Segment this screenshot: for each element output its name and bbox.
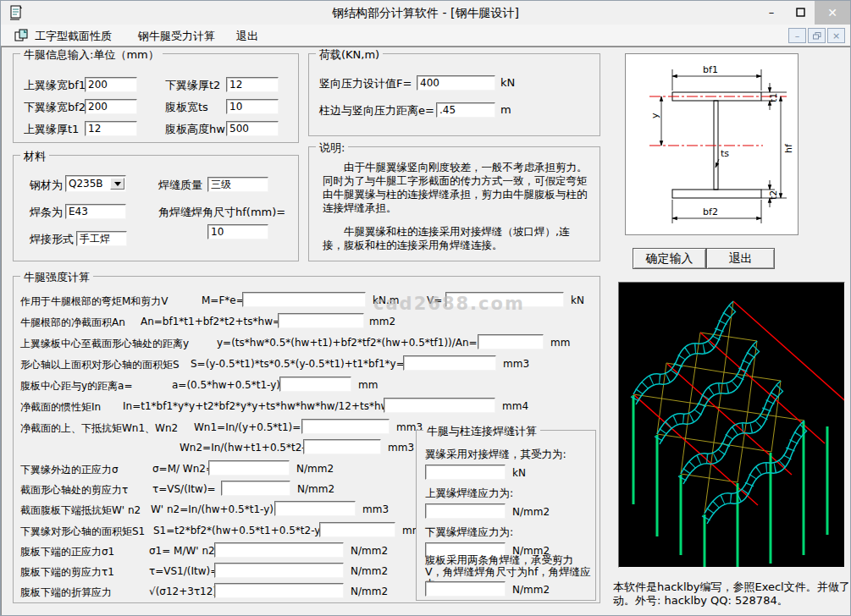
calc-row-formula: σ=M/ Wn2=: [152, 463, 214, 475]
calc-row: 牛腿根部的净截面积An An=bf1*t1+bf2*t2+ts*hw= mm2: [14, 313, 600, 330]
calc-row-formula: Wn2=In/(hw+t1+0.5*t2-y)=: [180, 442, 323, 454]
calc-row-formula: An=bf1*t1+bf2*t2+ts*hw=: [141, 316, 281, 327]
calc-In-input[interactable]: [384, 398, 495, 413]
steel-grade-value: Q235B: [66, 178, 110, 190]
calc-row: 上翼缘板中心至截面形心轴处的距离y y=(ts*hw*0.5*(hw+t1)+b…: [14, 334, 600, 351]
document-icon: [14, 29, 28, 42]
dropdown-button[interactable]: [110, 178, 124, 190]
menu-item-corbel-calc[interactable]: 钢牛腿受力计算: [138, 29, 215, 44]
calc-y-input[interactable]: [478, 334, 544, 349]
calc-row-unit: mm3: [388, 442, 414, 454]
mdi-minimize-button[interactable]: –: [788, 28, 806, 43]
calc-tau-input[interactable]: [221, 481, 290, 496]
calc-V-input[interactable]: [445, 292, 564, 307]
t2-input[interactable]: [226, 77, 279, 92]
field-label: 柱边与竖向压力距离e=: [319, 103, 434, 118]
group-title: 说明:: [316, 140, 348, 156]
calc-Wn2-web-input[interactable]: [274, 501, 356, 516]
calc-An-input[interactable]: [278, 313, 364, 328]
unit-label: N/mm2: [512, 584, 550, 596]
calc-row-formula: a=(0.5*hw+0.5*t1-y)=: [172, 379, 289, 391]
calc-row-formula: In=t1*bf1*y*y+t2*bf2*y*y+ts*hw*hw*hw/12+…: [123, 400, 420, 412]
ts-input[interactable]: [226, 99, 279, 114]
weld-flange-force-input[interactable]: [425, 465, 506, 480]
calc-row-label: 上翼缘板中心至截面形心轴处的距离y: [20, 337, 189, 351]
calc-row-formula: S1=t2*bf2*(hw+0.5*t1+0.5*t2-y)=: [153, 525, 333, 536]
maximize-icon: [796, 8, 805, 17]
hf-size-input[interactable]: [207, 224, 268, 239]
dim-label-y: y: [649, 113, 660, 118]
calc-equiv-stress-input[interactable]: [214, 583, 344, 598]
calc-row-label: 净截面的惯性矩In: [20, 400, 101, 415]
t1-input[interactable]: [85, 121, 137, 136]
calc-row-unit: mm3: [503, 358, 529, 370]
unit-label: N/mm2: [512, 506, 550, 518]
menu-item-section-properties[interactable]: 工字型截面性质: [35, 29, 112, 44]
eccentricity-input[interactable]: [436, 102, 495, 118]
calc-Wn2-input[interactable]: [303, 439, 381, 454]
group-title: 牛腿信息输入:单位（mm）: [20, 47, 163, 63]
bf1-input[interactable]: [85, 77, 137, 92]
credit-text-line2: 动。外号: hacklby QQ: 528784。: [613, 593, 848, 608]
weld-label: 翼缘采用对接焊缝，其受力为:: [425, 448, 566, 462]
chevron-down-icon: [114, 182, 121, 186]
calc-sigma-input[interactable]: [208, 460, 290, 476]
electrode-input[interactable]: [65, 204, 126, 219]
mdi-close-button[interactable]: ×: [827, 28, 845, 43]
calc-tau1-input[interactable]: [214, 563, 344, 578]
title-bar: 钢结构部分计算软件 - [钢牛腿设计] – ✕: [1, 1, 850, 25]
close-button[interactable]: ✕: [815, 1, 850, 25]
maximize-button[interactable]: [786, 1, 815, 25]
calc-row-label: 腹板下端的剪应力τ1: [20, 565, 114, 580]
field-label: 下翼缘宽bf2: [24, 100, 86, 115]
calc-row-label: 下翼缘对形心轴的面积矩S1: [20, 525, 145, 539]
unit-label: kN: [512, 467, 526, 479]
field-label: 焊接形式: [30, 232, 74, 247]
minimize-button[interactable]: –: [757, 1, 786, 25]
calc-row: 形心轴以上面积对形心轴的面积矩S S=(y-0.5*t1)*ts*0.5*(y-…: [14, 355, 600, 372]
calc-a-input[interactable]: [279, 377, 351, 392]
calc-row-label: 下翼缘外边的正应力σ: [20, 463, 119, 477]
steel-grade-select[interactable]: Q235B: [65, 175, 126, 192]
calc-row-unit: kN.m: [373, 294, 399, 306]
mdi-restore-button[interactable]: [808, 28, 826, 43]
calc-row-unit: mm: [358, 379, 378, 391]
calc-M-input[interactable]: [242, 292, 366, 307]
field-label: 腹板宽ts: [165, 100, 208, 115]
calc-row-formula: τ=VS1/(Itw)=: [149, 565, 218, 577]
calc-sigma1-input[interactable]: [214, 542, 344, 558]
weld-type-input[interactable]: [76, 231, 127, 246]
calc-row-unit: N/mm2: [351, 586, 388, 597]
group-title: 材料: [20, 149, 49, 164]
calc-row-unit: N/mm2: [351, 545, 388, 557]
calc-row: 腹板中心距与y的距离a= a=(0.5*hw+0.5*t1-y)= mm: [14, 377, 600, 393]
calc-S-input[interactable]: [403, 355, 496, 371]
field-label: 下翼缘厚t2: [165, 78, 220, 93]
weld-web-stress-input[interactable]: [425, 581, 506, 597]
confirm-input-button[interactable]: 确定输入: [633, 248, 706, 269]
calc-Wn1-input[interactable]: [301, 419, 390, 434]
unit-label: kN: [500, 76, 515, 89]
hw-input[interactable]: [226, 121, 279, 136]
truss-3d-image: [618, 282, 845, 568]
calc-row-unit: N/mm2: [351, 565, 388, 577]
weld-quality-input[interactable]: [207, 177, 268, 192]
bf2-input[interactable]: [85, 99, 137, 114]
force-input[interactable]: [417, 75, 495, 91]
app-window: 钢结构部分计算软件 - [钢牛腿设计] – ✕ 工字型截面性质 钢牛腿受力计算 …: [0, 0, 851, 616]
group-title: 荷载(KN,m): [316, 47, 383, 63]
menu-item-exit[interactable]: 退出: [236, 29, 258, 44]
calc-row: 作用于牛腿根部的弯炬M和剪力V M=F*e= kN.m V= kN: [14, 292, 600, 309]
weld-label: 上翼缘焊缝应力为:: [425, 487, 513, 501]
dim-label-bf2: bf2: [703, 206, 718, 217]
mdi-window-buttons: – ×: [788, 28, 845, 43]
calc-row-unit: mm3: [362, 503, 389, 515]
exit-button[interactable]: 退出: [706, 248, 775, 269]
unit-label: m: [500, 103, 511, 116]
dim-label-t2: t2: [768, 190, 779, 200]
field-label: 焊缝质量: [158, 178, 202, 193]
calc-S1-input[interactable]: [319, 522, 395, 537]
calc-row-formula: y=(ts*hw*0.5*(hw+t1)+bf2*tf2*(hw+0.5*tf1…: [217, 337, 478, 349]
weld-top-flange-stress-input[interactable]: [425, 503, 506, 519]
calc-row-label: 腹板中心距与y的距离a=: [20, 379, 133, 393]
